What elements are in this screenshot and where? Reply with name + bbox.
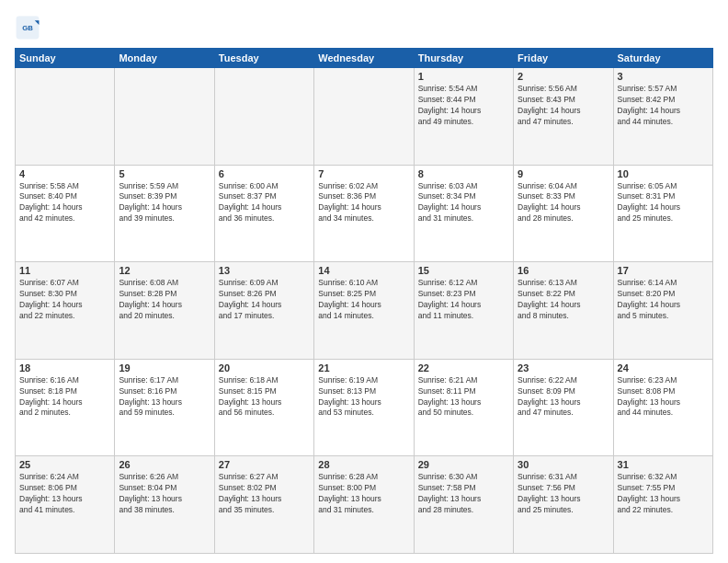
day-info: Sunrise: 6:17 AM Sunset: 8:16 PM Dayligh… bbox=[119, 375, 210, 419]
day-info: Sunrise: 6:31 AM Sunset: 7:56 PM Dayligh… bbox=[518, 472, 609, 516]
day-number: 1 bbox=[418, 71, 509, 82]
calendar-cell: 29Sunrise: 6:30 AM Sunset: 7:58 PM Dayli… bbox=[414, 456, 513, 554]
day-number: 4 bbox=[19, 168, 110, 179]
weekday-header-wednesday: Wednesday bbox=[314, 49, 414, 68]
day-info: Sunrise: 6:08 AM Sunset: 8:28 PM Dayligh… bbox=[119, 278, 210, 322]
day-number: 27 bbox=[219, 459, 310, 470]
day-info: Sunrise: 6:04 AM Sunset: 8:33 PM Dayligh… bbox=[518, 181, 609, 225]
day-info: Sunrise: 6:00 AM Sunset: 8:37 PM Dayligh… bbox=[219, 181, 310, 225]
day-info: Sunrise: 6:12 AM Sunset: 8:23 PM Dayligh… bbox=[418, 278, 509, 322]
day-info: Sunrise: 6:32 AM Sunset: 7:55 PM Dayligh… bbox=[618, 472, 709, 516]
day-number: 10 bbox=[618, 168, 709, 179]
day-info: Sunrise: 5:59 AM Sunset: 8:39 PM Dayligh… bbox=[119, 181, 210, 225]
calendar-cell: 1Sunrise: 5:54 AM Sunset: 8:44 PM Daylig… bbox=[414, 68, 513, 166]
calendar-cell bbox=[314, 68, 414, 166]
day-number: 21 bbox=[318, 362, 409, 373]
weekday-header-thursday: Thursday bbox=[414, 49, 513, 68]
calendar-cell: 2Sunrise: 5:56 AM Sunset: 8:43 PM Daylig… bbox=[514, 68, 613, 166]
day-number: 24 bbox=[618, 362, 709, 373]
day-info: Sunrise: 6:09 AM Sunset: 8:26 PM Dayligh… bbox=[219, 278, 310, 322]
weekday-header-monday: Monday bbox=[115, 49, 214, 68]
calendar-cell: 15Sunrise: 6:12 AM Sunset: 8:23 PM Dayli… bbox=[414, 262, 513, 360]
day-info: Sunrise: 6:02 AM Sunset: 8:36 PM Dayligh… bbox=[318, 181, 409, 225]
day-info: Sunrise: 5:54 AM Sunset: 8:44 PM Dayligh… bbox=[418, 84, 509, 128]
week-row-3: 11Sunrise: 6:07 AM Sunset: 8:30 PM Dayli… bbox=[16, 262, 713, 360]
calendar-cell: 10Sunrise: 6:05 AM Sunset: 8:31 PM Dayli… bbox=[613, 165, 712, 262]
week-row-5: 25Sunrise: 6:24 AM Sunset: 8:06 PM Dayli… bbox=[16, 456, 713, 554]
day-info: Sunrise: 6:19 AM Sunset: 8:13 PM Dayligh… bbox=[318, 375, 409, 419]
calendar-cell: 11Sunrise: 6:07 AM Sunset: 8:30 PM Dayli… bbox=[16, 262, 115, 360]
weekday-header-saturday: Saturday bbox=[613, 49, 712, 68]
logo: GB bbox=[15, 15, 44, 40]
week-row-2: 4Sunrise: 5:58 AM Sunset: 8:40 PM Daylig… bbox=[16, 165, 713, 262]
calendar-cell: 13Sunrise: 6:09 AM Sunset: 8:26 PM Dayli… bbox=[214, 262, 313, 360]
day-number: 5 bbox=[119, 168, 210, 179]
logo-icon: GB bbox=[15, 15, 40, 40]
day-info: Sunrise: 6:10 AM Sunset: 8:25 PM Dayligh… bbox=[318, 278, 409, 322]
day-number: 8 bbox=[418, 168, 509, 179]
day-info: Sunrise: 6:22 AM Sunset: 8:09 PM Dayligh… bbox=[518, 375, 609, 419]
calendar-cell: 20Sunrise: 6:18 AM Sunset: 8:15 PM Dayli… bbox=[214, 359, 313, 456]
day-number: 17 bbox=[618, 265, 709, 276]
day-number: 15 bbox=[418, 265, 509, 276]
weekday-header-row: SundayMondayTuesdayWednesdayThursdayFrid… bbox=[16, 49, 713, 68]
calendar-cell: 9Sunrise: 6:04 AM Sunset: 8:33 PM Daylig… bbox=[514, 165, 613, 262]
day-number: 29 bbox=[418, 459, 509, 470]
day-number: 9 bbox=[518, 168, 609, 179]
calendar-cell bbox=[214, 68, 313, 166]
calendar-cell: 30Sunrise: 6:31 AM Sunset: 7:56 PM Dayli… bbox=[514, 456, 613, 554]
day-info: Sunrise: 6:28 AM Sunset: 8:00 PM Dayligh… bbox=[318, 472, 409, 516]
calendar-cell: 6Sunrise: 6:00 AM Sunset: 8:37 PM Daylig… bbox=[214, 165, 313, 262]
week-row-4: 18Sunrise: 6:16 AM Sunset: 8:18 PM Dayli… bbox=[16, 359, 713, 456]
day-info: Sunrise: 6:24 AM Sunset: 8:06 PM Dayligh… bbox=[19, 472, 110, 516]
day-info: Sunrise: 6:27 AM Sunset: 8:02 PM Dayligh… bbox=[219, 472, 310, 516]
calendar-cell: 19Sunrise: 6:17 AM Sunset: 8:16 PM Dayli… bbox=[115, 359, 214, 456]
calendar-cell: 18Sunrise: 6:16 AM Sunset: 8:18 PM Dayli… bbox=[16, 359, 115, 456]
day-number: 31 bbox=[618, 459, 709, 470]
day-number: 25 bbox=[19, 459, 110, 470]
day-info: Sunrise: 6:03 AM Sunset: 8:34 PM Dayligh… bbox=[418, 181, 509, 225]
day-number: 3 bbox=[618, 71, 709, 82]
calendar-table: SundayMondayTuesdayWednesdayThursdayFrid… bbox=[15, 48, 713, 554]
calendar-cell: 21Sunrise: 6:19 AM Sunset: 8:13 PM Dayli… bbox=[314, 359, 414, 456]
calendar-cell: 14Sunrise: 6:10 AM Sunset: 8:25 PM Dayli… bbox=[314, 262, 414, 360]
day-info: Sunrise: 6:13 AM Sunset: 8:22 PM Dayligh… bbox=[518, 278, 609, 322]
day-number: 12 bbox=[119, 265, 210, 276]
calendar-cell: 3Sunrise: 5:57 AM Sunset: 8:42 PM Daylig… bbox=[613, 68, 712, 166]
day-info: Sunrise: 6:05 AM Sunset: 8:31 PM Dayligh… bbox=[618, 181, 709, 225]
calendar-cell: 24Sunrise: 6:23 AM Sunset: 8:08 PM Dayli… bbox=[613, 359, 712, 456]
calendar-cell: 7Sunrise: 6:02 AM Sunset: 8:36 PM Daylig… bbox=[314, 165, 414, 262]
day-info: Sunrise: 6:07 AM Sunset: 8:30 PM Dayligh… bbox=[19, 278, 110, 322]
calendar-cell: 27Sunrise: 6:27 AM Sunset: 8:02 PM Dayli… bbox=[214, 456, 313, 554]
day-info: Sunrise: 5:58 AM Sunset: 8:40 PM Dayligh… bbox=[19, 181, 110, 225]
day-info: Sunrise: 5:56 AM Sunset: 8:43 PM Dayligh… bbox=[518, 84, 609, 128]
day-number: 11 bbox=[19, 265, 110, 276]
day-number: 16 bbox=[518, 265, 609, 276]
calendar-cell: 26Sunrise: 6:26 AM Sunset: 8:04 PM Dayli… bbox=[115, 456, 214, 554]
day-number: 2 bbox=[518, 71, 609, 82]
day-number: 18 bbox=[19, 362, 110, 373]
page-header: GB bbox=[15, 15, 713, 40]
day-info: Sunrise: 6:23 AM Sunset: 8:08 PM Dayligh… bbox=[618, 375, 709, 419]
day-number: 13 bbox=[219, 265, 310, 276]
calendar-cell: 28Sunrise: 6:28 AM Sunset: 8:00 PM Dayli… bbox=[314, 456, 414, 554]
calendar-cell bbox=[16, 68, 115, 166]
calendar-cell: 22Sunrise: 6:21 AM Sunset: 8:11 PM Dayli… bbox=[414, 359, 513, 456]
day-number: 28 bbox=[318, 459, 409, 470]
day-info: Sunrise: 6:26 AM Sunset: 8:04 PM Dayligh… bbox=[119, 472, 210, 516]
svg-text:GB: GB bbox=[22, 24, 33, 32]
day-number: 7 bbox=[318, 168, 409, 179]
day-info: Sunrise: 6:14 AM Sunset: 8:20 PM Dayligh… bbox=[618, 278, 709, 322]
day-number: 19 bbox=[119, 362, 210, 373]
calendar-cell: 5Sunrise: 5:59 AM Sunset: 8:39 PM Daylig… bbox=[115, 165, 214, 262]
day-info: Sunrise: 6:30 AM Sunset: 7:58 PM Dayligh… bbox=[418, 472, 509, 516]
weekday-header-friday: Friday bbox=[514, 49, 613, 68]
day-number: 23 bbox=[518, 362, 609, 373]
day-number: 26 bbox=[119, 459, 210, 470]
day-number: 6 bbox=[219, 168, 310, 179]
week-row-1: 1Sunrise: 5:54 AM Sunset: 8:44 PM Daylig… bbox=[16, 68, 713, 166]
day-number: 22 bbox=[418, 362, 509, 373]
calendar-cell: 12Sunrise: 6:08 AM Sunset: 8:28 PM Dayli… bbox=[115, 262, 214, 360]
day-number: 14 bbox=[318, 265, 409, 276]
weekday-header-tuesday: Tuesday bbox=[214, 49, 313, 68]
